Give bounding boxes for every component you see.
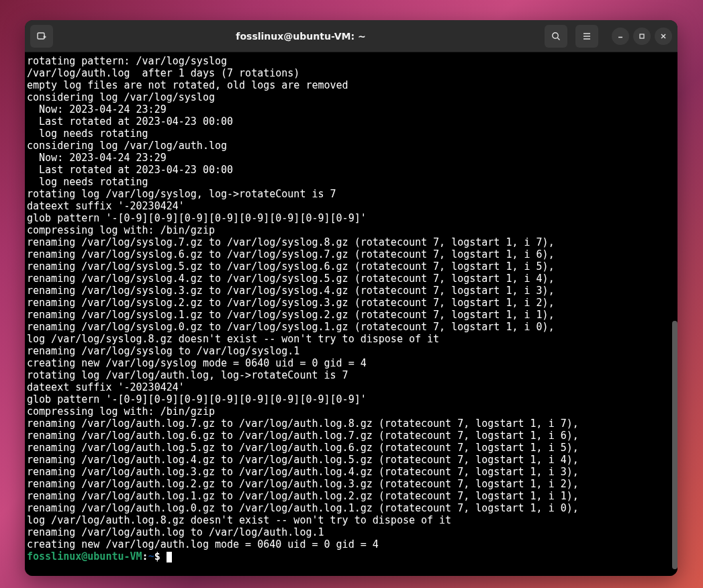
titlebar: fosslinux@ubuntu-VM: ~ (25, 20, 677, 52)
svg-line-4 (557, 38, 559, 40)
hamburger-icon (581, 31, 592, 42)
new-tab-button[interactable] (30, 25, 53, 48)
maximize-button[interactable] (633, 28, 651, 45)
minimize-button[interactable] (612, 28, 629, 45)
terminal-output: rotating pattern: /var/log/syslog /var/l… (27, 55, 675, 550)
svg-point-3 (553, 32, 558, 38)
prompt-separator: : (142, 550, 148, 562)
prompt-path: ~ (148, 550, 154, 562)
terminal-content[interactable]: rotating pattern: /var/log/syslog /var/l… (25, 52, 677, 576)
menu-button[interactable] (575, 25, 598, 48)
prompt-symbol: $ (154, 550, 160, 562)
scrollbar-thumb[interactable] (672, 321, 677, 569)
cursor (167, 552, 172, 562)
window-title: fosslinux@ubuntu-VM: ~ (57, 31, 545, 42)
svg-rect-9 (640, 34, 644, 38)
close-icon (660, 33, 667, 40)
close-button[interactable] (655, 28, 672, 45)
svg-rect-0 (38, 33, 44, 39)
maximize-icon (639, 33, 645, 40)
search-icon (551, 31, 561, 42)
new-tab-icon (36, 31, 47, 42)
terminal-window: fosslinux@ubuntu-VM: ~ (25, 20, 677, 576)
prompt-user: fosslinux@ubuntu-VM (27, 550, 142, 562)
search-button[interactable] (545, 25, 567, 48)
minimize-icon (617, 33, 624, 40)
